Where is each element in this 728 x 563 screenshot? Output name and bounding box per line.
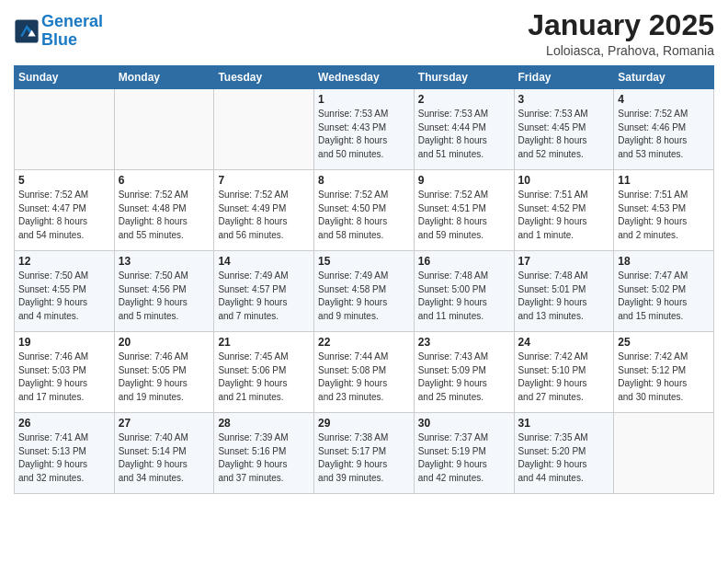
- day-info: Sunrise: 7:52 AM Sunset: 4:49 PM Dayligh…: [218, 189, 310, 242]
- calendar-cell: 28Sunrise: 7:39 AM Sunset: 5:16 PM Dayli…: [214, 413, 314, 494]
- calendar-cell: [214, 89, 314, 170]
- day-number: 27: [119, 417, 210, 430]
- day-number: 7: [218, 174, 310, 187]
- calendar-cell: 27Sunrise: 7:40 AM Sunset: 5:14 PM Dayli…: [114, 413, 214, 494]
- calendar-cell: 14Sunrise: 7:49 AM Sunset: 4:57 PM Dayli…: [214, 251, 314, 332]
- day-number: 15: [318, 255, 410, 268]
- day-info: Sunrise: 7:49 AM Sunset: 4:58 PM Dayligh…: [318, 270, 410, 323]
- day-number: 26: [18, 417, 110, 430]
- weekday-header-monday: Monday: [114, 66, 214, 89]
- day-number: 9: [418, 174, 510, 187]
- weekday-header-sunday: Sunday: [15, 66, 115, 89]
- day-number: 11: [618, 174, 710, 187]
- calendar-cell: 3Sunrise: 7:53 AM Sunset: 4:45 PM Daylig…: [514, 89, 614, 170]
- calendar-cell: 26Sunrise: 7:41 AM Sunset: 5:13 PM Dayli…: [15, 413, 115, 494]
- week-row-2: 5Sunrise: 7:52 AM Sunset: 4:47 PM Daylig…: [15, 170, 714, 251]
- day-info: Sunrise: 7:42 AM Sunset: 5:12 PM Dayligh…: [618, 350, 710, 404]
- calendar-table: SundayMondayTuesdayWednesdayThursdayFrid…: [14, 65, 714, 494]
- day-info: Sunrise: 7:52 AM Sunset: 4:46 PM Dayligh…: [618, 108, 710, 161]
- day-info: Sunrise: 7:43 AM Sunset: 5:09 PM Dayligh…: [418, 350, 510, 404]
- day-info: Sunrise: 7:53 AM Sunset: 4:44 PM Dayligh…: [418, 108, 510, 161]
- week-row-1: 1Sunrise: 7:53 AM Sunset: 4:43 PM Daylig…: [15, 89, 714, 170]
- calendar-cell: 23Sunrise: 7:43 AM Sunset: 5:09 PM Dayli…: [414, 332, 514, 413]
- day-number: 22: [318, 336, 410, 349]
- logo: General Blue: [14, 13, 103, 50]
- day-number: 19: [18, 336, 110, 349]
- day-info: Sunrise: 7:39 AM Sunset: 5:16 PM Dayligh…: [218, 431, 310, 485]
- day-number: 2: [418, 93, 510, 106]
- calendar-cell: 10Sunrise: 7:51 AM Sunset: 4:52 PM Dayli…: [514, 170, 614, 251]
- day-number: 31: [518, 417, 610, 430]
- week-row-4: 19Sunrise: 7:46 AM Sunset: 5:03 PM Dayli…: [15, 332, 714, 413]
- day-number: 6: [119, 174, 210, 187]
- day-number: 5: [18, 174, 110, 187]
- calendar-cell: 13Sunrise: 7:50 AM Sunset: 4:56 PM Dayli…: [114, 251, 214, 332]
- calendar-cell: 4Sunrise: 7:52 AM Sunset: 4:46 PM Daylig…: [614, 89, 714, 170]
- day-number: 12: [18, 255, 110, 268]
- day-info: Sunrise: 7:52 AM Sunset: 4:47 PM Dayligh…: [18, 189, 110, 242]
- weekday-header-thursday: Thursday: [414, 66, 514, 89]
- day-info: Sunrise: 7:45 AM Sunset: 5:06 PM Dayligh…: [218, 350, 310, 404]
- day-info: Sunrise: 7:40 AM Sunset: 5:14 PM Dayligh…: [119, 431, 210, 485]
- day-info: Sunrise: 7:48 AM Sunset: 5:01 PM Dayligh…: [518, 270, 610, 323]
- day-info: Sunrise: 7:48 AM Sunset: 5:00 PM Dayligh…: [418, 270, 510, 323]
- calendar-cell: 31Sunrise: 7:35 AM Sunset: 5:20 PM Dayli…: [514, 413, 614, 494]
- day-number: 18: [618, 255, 710, 268]
- day-number: 20: [119, 336, 210, 349]
- day-number: 21: [218, 336, 310, 349]
- day-info: Sunrise: 7:37 AM Sunset: 5:19 PM Dayligh…: [418, 431, 510, 485]
- calendar-cell: [614, 413, 714, 494]
- page-header: General Blue January 2025 Loloiasca, Pra…: [14, 9, 714, 58]
- day-number: 10: [518, 174, 610, 187]
- title-block: January 2025 Loloiasca, Prahova, Romania: [528, 9, 714, 58]
- day-info: Sunrise: 7:41 AM Sunset: 5:13 PM Dayligh…: [18, 431, 110, 485]
- calendar-cell: 18Sunrise: 7:47 AM Sunset: 5:02 PM Dayli…: [614, 251, 714, 332]
- day-info: Sunrise: 7:52 AM Sunset: 4:50 PM Dayligh…: [318, 189, 410, 242]
- day-info: Sunrise: 7:42 AM Sunset: 5:10 PM Dayligh…: [518, 350, 610, 404]
- day-info: Sunrise: 7:51 AM Sunset: 4:52 PM Dayligh…: [518, 189, 610, 242]
- calendar-cell: 11Sunrise: 7:51 AM Sunset: 4:53 PM Dayli…: [614, 170, 714, 251]
- calendar-cell: 16Sunrise: 7:48 AM Sunset: 5:00 PM Dayli…: [414, 251, 514, 332]
- weekday-header-row: SundayMondayTuesdayWednesdayThursdayFrid…: [15, 66, 714, 89]
- calendar-cell: 5Sunrise: 7:52 AM Sunset: 4:47 PM Daylig…: [15, 170, 115, 251]
- day-info: Sunrise: 7:44 AM Sunset: 5:08 PM Dayligh…: [318, 350, 410, 404]
- calendar-cell: 20Sunrise: 7:46 AM Sunset: 5:05 PM Dayli…: [114, 332, 214, 413]
- day-info: Sunrise: 7:50 AM Sunset: 4:55 PM Dayligh…: [18, 270, 110, 323]
- day-number: 8: [318, 174, 410, 187]
- logo-icon: [14, 18, 40, 44]
- weekday-header-friday: Friday: [514, 66, 614, 89]
- weekday-header-tuesday: Tuesday: [214, 66, 314, 89]
- day-info: Sunrise: 7:53 AM Sunset: 4:45 PM Dayligh…: [518, 108, 610, 161]
- day-number: 4: [618, 93, 710, 106]
- day-number: 23: [418, 336, 510, 349]
- calendar-cell: 1Sunrise: 7:53 AM Sunset: 4:43 PM Daylig…: [314, 89, 415, 170]
- calendar-cell: [15, 89, 115, 170]
- calendar-cell: 6Sunrise: 7:52 AM Sunset: 4:48 PM Daylig…: [114, 170, 214, 251]
- calendar-cell: 2Sunrise: 7:53 AM Sunset: 4:44 PM Daylig…: [414, 89, 514, 170]
- calendar-cell: 24Sunrise: 7:42 AM Sunset: 5:10 PM Dayli…: [514, 332, 614, 413]
- week-row-5: 26Sunrise: 7:41 AM Sunset: 5:13 PM Dayli…: [15, 413, 714, 494]
- day-info: Sunrise: 7:49 AM Sunset: 4:57 PM Dayligh…: [218, 270, 310, 323]
- day-number: 1: [318, 93, 410, 106]
- calendar-cell: 29Sunrise: 7:38 AM Sunset: 5:17 PM Dayli…: [314, 413, 415, 494]
- calendar-cell: [114, 89, 214, 170]
- day-info: Sunrise: 7:53 AM Sunset: 4:43 PM Dayligh…: [318, 108, 410, 161]
- day-info: Sunrise: 7:46 AM Sunset: 5:03 PM Dayligh…: [18, 350, 110, 404]
- calendar-cell: 19Sunrise: 7:46 AM Sunset: 5:03 PM Dayli…: [15, 332, 115, 413]
- day-info: Sunrise: 7:46 AM Sunset: 5:05 PM Dayligh…: [119, 350, 210, 404]
- day-info: Sunrise: 7:51 AM Sunset: 4:53 PM Dayligh…: [618, 189, 710, 242]
- calendar-cell: 22Sunrise: 7:44 AM Sunset: 5:08 PM Dayli…: [314, 332, 415, 413]
- week-row-3: 12Sunrise: 7:50 AM Sunset: 4:55 PM Dayli…: [15, 251, 714, 332]
- day-number: 3: [518, 93, 610, 106]
- day-info: Sunrise: 7:52 AM Sunset: 4:51 PM Dayligh…: [418, 189, 510, 242]
- day-number: 14: [218, 255, 310, 268]
- day-info: Sunrise: 7:47 AM Sunset: 5:02 PM Dayligh…: [618, 270, 710, 323]
- month-title: January 2025: [528, 9, 714, 41]
- svg-rect-0: [15, 19, 38, 42]
- day-number: 28: [218, 417, 310, 430]
- day-info: Sunrise: 7:50 AM Sunset: 4:56 PM Dayligh…: [119, 270, 210, 323]
- logo-text: General Blue: [41, 13, 103, 50]
- day-number: 29: [318, 417, 410, 430]
- calendar-cell: 12Sunrise: 7:50 AM Sunset: 4:55 PM Dayli…: [15, 251, 115, 332]
- location: Loloiasca, Prahova, Romania: [528, 43, 714, 58]
